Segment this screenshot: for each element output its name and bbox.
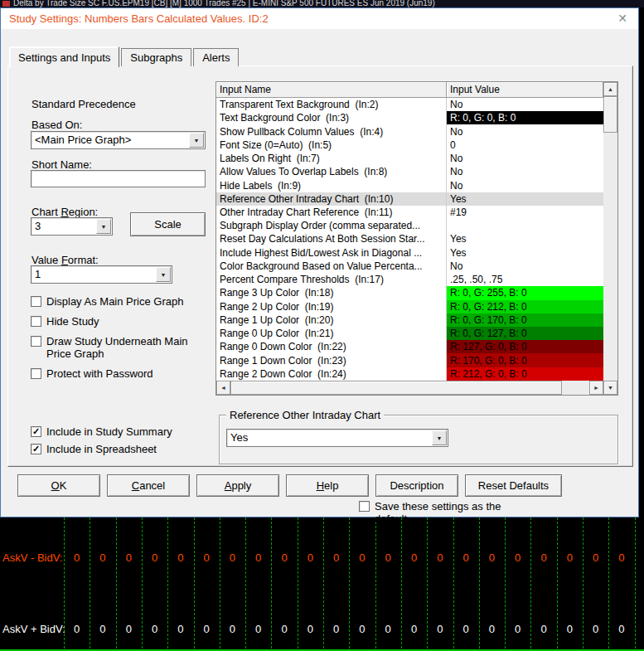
table-row[interactable]: Labels On Right (In:7)No xyxy=(216,152,603,165)
footer-value: 0 xyxy=(427,623,453,635)
checkbox-box[interactable] xyxy=(31,336,41,347)
column-header-input-name[interactable]: Input Name xyxy=(216,82,447,98)
table-row[interactable]: Reference Other Intraday Chart (In:10)Ye… xyxy=(216,192,603,206)
input-value-cell: R: 0, G: 0, B: 0 xyxy=(447,111,603,124)
table-row[interactable]: Range 0 Down Color (In:22)R: 127, G: 0, … xyxy=(216,340,603,353)
table-row[interactable]: Include Highest Bid/Lowest Ask in Diagon… xyxy=(216,246,603,260)
chevron-down-icon[interactable]: ▼ xyxy=(189,133,204,148)
checkbox-draw-study-underneath-main-price-graph[interactable]: Draw Study Underneath Main Price Graph xyxy=(31,335,201,360)
chart-region-dropdown[interactable]: 3 ▼ xyxy=(31,217,113,236)
table-row[interactable]: Transparent Text Background (In:2)No xyxy=(216,98,603,111)
inputs-table-rows: Transparent Text Background (In:2)NoText… xyxy=(216,98,603,381)
footer-row: AskV + BidV:0000000000000000000000 xyxy=(0,622,644,636)
based-on-dropdown[interactable]: <Main Price Graph> ▼ xyxy=(31,131,206,149)
based-on-value: <Main Price Graph> xyxy=(35,134,188,146)
checkbox-display-as-main-price-graph[interactable]: Display As Main Price Graph xyxy=(31,295,201,308)
chart-window-title: Delta by Trade Size SC F.US.EPM19 [CB] [… xyxy=(13,0,435,7)
footer-value: 0 xyxy=(64,623,90,635)
footer-value: 0 xyxy=(401,551,427,564)
study-settings-dialog: Study Settings: Numbers Bars Calculated … xyxy=(0,7,639,517)
table-row[interactable]: Range 3 Up Color (In:18)R: 0, G: 255, B:… xyxy=(216,286,603,299)
table-row[interactable]: Percent Compare Thresholds (In:17).25, .… xyxy=(216,273,603,286)
table-row[interactable]: Range 2 Up Color (In:19)R: 0, G: 212, B:… xyxy=(216,300,603,313)
standard-precedence-label: Standard Precedence xyxy=(31,98,136,110)
footer-row: AskV - BidV:0000000000000000000000 xyxy=(0,551,644,565)
chart-region-value: 3 xyxy=(35,220,95,232)
table-row[interactable]: Font Size (0=Auto) (In:5)0 xyxy=(216,138,603,152)
checkbox-include-in-spreadsheet[interactable]: ✓Include in Spreadsheet xyxy=(31,443,201,455)
settings-tab-page: Standard Precedence Based On: <Main Pric… xyxy=(7,66,633,467)
input-name-cell: Range 3 Up Color (In:18) xyxy=(216,286,447,299)
checkbox-label: Include in Spreadsheet xyxy=(46,443,157,455)
table-row[interactable]: Range 0 Up Color (In:21)R: 0, G: 127, B:… xyxy=(216,327,603,340)
ok-button[interactable]: OK xyxy=(17,474,100,497)
scroll-up-icon[interactable]: ▲ xyxy=(603,82,617,96)
checkbox-box[interactable] xyxy=(31,296,41,307)
cancel-button[interactable]: Cancel xyxy=(107,474,190,497)
checkbox-include-in-study-summary[interactable]: ✓Include in Study Summary xyxy=(31,425,201,438)
description-button[interactable]: Description xyxy=(375,474,458,497)
tab-settings-and-inputs[interactable]: Settings and Inputs xyxy=(9,46,119,67)
checkbox-hide-study[interactable]: Hide Study xyxy=(31,315,201,328)
input-value-cell: R: 212, G: 0, B: 0 xyxy=(447,367,603,381)
checkbox-box[interactable]: ✓ xyxy=(31,444,41,454)
footer-value: 0 xyxy=(349,623,375,635)
checkbox-protect-with-password[interactable]: Protect with Password xyxy=(31,367,201,380)
scale-button[interactable]: Scale xyxy=(130,212,206,236)
include-checkbox-group: ✓Include in Study Summary✓Include in Spr… xyxy=(31,425,201,460)
input-name-cell: Subgraph Display Order (comma separated.… xyxy=(216,219,447,232)
help-button[interactable]: Help xyxy=(286,474,369,497)
footer-value: 0 xyxy=(298,551,323,564)
checkbox-box[interactable] xyxy=(31,368,41,379)
checkbox-label: Display As Main Price Graph xyxy=(46,295,183,308)
table-row[interactable]: Text Background Color (In:3)R: 0, G: 0, … xyxy=(216,111,603,124)
vertical-scrollbar[interactable]: ▲ ▼ xyxy=(603,82,617,395)
scroll-left-icon[interactable]: ◄ xyxy=(216,381,230,395)
scroll-right-icon[interactable]: ► xyxy=(589,381,603,395)
input-name-cell: Allow Values To Overlap Labels (In:8) xyxy=(216,165,447,178)
reset-defaults-button[interactable]: Reset Defaults xyxy=(465,474,562,497)
table-row[interactable]: Reset Day Calculations At Both Session S… xyxy=(216,232,603,245)
tab-subgraphs[interactable]: Subgraphs xyxy=(121,48,191,66)
close-icon[interactable]: ✕ xyxy=(610,10,635,27)
table-row[interactable]: Range 2 Down Color (In:24)R: 212, G: 0, … xyxy=(216,367,603,381)
checkbox-box[interactable]: ✓ xyxy=(31,426,41,437)
apply-button[interactable]: Apply xyxy=(196,474,279,497)
dialog-titlebar[interactable]: Study Settings: Numbers Bars Calculated … xyxy=(1,8,638,29)
input-value-cell xyxy=(447,219,603,232)
input-value-cell: No xyxy=(447,152,603,165)
table-row[interactable]: Hide Labels (In:9)No xyxy=(216,178,603,192)
table-row[interactable]: Subgraph Display Order (comma separated.… xyxy=(216,219,603,232)
checkbox-box[interactable] xyxy=(31,316,41,327)
footer-value: 0 xyxy=(530,551,556,564)
chevron-down-icon[interactable]: ▼ xyxy=(156,267,171,282)
short-name-input[interactable] xyxy=(31,170,206,187)
table-row[interactable]: Other Intraday Chart Reference (In:11)#1… xyxy=(216,206,603,219)
table-row[interactable]: Allow Values To Overlap Labels (In:8)No xyxy=(216,165,603,178)
table-row[interactable]: Color Background Based on Value Percenta… xyxy=(216,260,603,273)
footer-value: 0 xyxy=(167,623,193,635)
checkbox-box[interactable] xyxy=(359,501,370,512)
table-row[interactable]: Range 1 Down Color (In:23)R: 170, G: 0, … xyxy=(216,353,603,367)
input-name-cell: Percent Compare Thresholds (In:17) xyxy=(216,273,447,286)
input-name-cell: Color Background Based on Value Percenta… xyxy=(216,260,447,273)
horizontal-scroll-thumb[interactable] xyxy=(230,381,562,395)
vertical-scroll-thumb[interactable] xyxy=(603,96,617,133)
footer-value: 0 xyxy=(64,551,90,564)
column-header-input-value[interactable]: Input Value xyxy=(447,82,603,98)
footer-values: 0000000000000000000000 xyxy=(64,623,635,635)
value-format-dropdown[interactable]: 1 ▼ xyxy=(31,265,172,284)
input-value-cell: No xyxy=(447,124,603,138)
input-name-cell: Reference Other Intraday Chart (In:10) xyxy=(216,192,447,206)
table-row[interactable]: Range 1 Up Color (In:20)R: 0, G: 170, B:… xyxy=(216,313,603,327)
reference-other-intraday-chart-dropdown[interactable]: Yes ▼ xyxy=(226,429,448,447)
table-row[interactable]: Show Pullback Column Values (In:4)No xyxy=(216,124,603,138)
input-name-cell: Range 1 Down Color (In:23) xyxy=(216,353,447,367)
chevron-down-icon[interactable]: ▼ xyxy=(432,430,447,445)
chevron-down-icon[interactable]: ▼ xyxy=(96,219,111,234)
input-value-cell: R: 0, G: 255, B: 0 xyxy=(447,286,603,299)
horizontal-scrollbar[interactable]: ◄ ► xyxy=(216,381,603,395)
scroll-down-icon[interactable]: ▼ xyxy=(603,381,617,395)
checkbox-save-these-settings-as-the-default[interactable]: Save these settings as the default xyxy=(359,500,529,525)
tab-alerts[interactable]: Alerts xyxy=(193,48,239,66)
